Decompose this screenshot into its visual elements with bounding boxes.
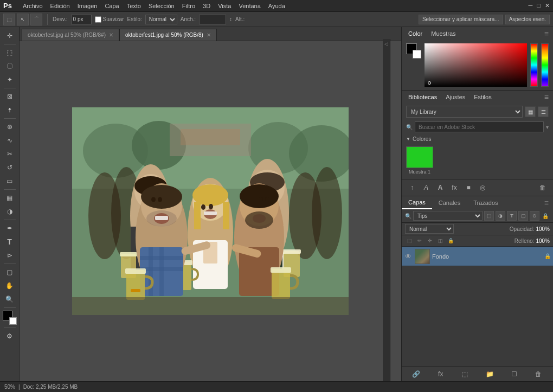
muestras-tab[interactable]: Muestras [429,30,458,37]
filter-pixel-btn[interactable]: ⬚ [484,211,494,221]
lib-list-view[interactable]: ☰ [538,106,549,117]
filter-active-toggle[interactable]: 🔒 [541,211,550,220]
menu-archivo[interactable]: Archivo [23,3,43,9]
lib-color-btn[interactable]: ■ [462,182,474,194]
magic-wand-tool[interactable]: ✦ [3,73,16,86]
library-select[interactable]: My Library [406,106,523,118]
clone-tool[interactable]: ✂ [3,147,16,160]
dodge-tool[interactable]: ◑ [3,205,16,218]
lib-fx-btn[interactable]: fx [448,182,460,194]
mask-button[interactable]: Seleccionar y aplicar máscara... [419,15,503,24]
tab-close-2[interactable]: ✕ [207,32,211,38]
lasso-tool[interactable]: 〇 [3,60,16,73]
filter-type-btn[interactable]: T [507,211,517,221]
path-tool[interactable]: ⊳ [3,249,16,262]
desvio-input[interactable] [71,15,92,24]
layer-visibility-fondo[interactable]: 👁 [404,252,413,261]
lib-section-triangle[interactable]: ▼ [406,137,410,142]
menu-3d[interactable]: 3D [203,3,210,9]
lib-search-input[interactable] [415,121,544,132]
eraser-tool[interactable]: ▭ [3,175,16,188]
shape-tool[interactable]: ▢ [3,266,16,279]
lock-position-btn[interactable]: ✛ [426,236,434,245]
gradient-tool[interactable]: ▦ [3,191,16,204]
marquee-tool-btn[interactable]: ⬚ [3,14,15,25]
menu-filtro[interactable]: Filtro [182,3,195,9]
history-tool[interactable]: ↺ [3,161,16,174]
healing-tool[interactable]: ⊕ [3,120,16,133]
move-tool-btn[interactable]: ↖ [17,14,29,25]
layer-row-fondo[interactable]: 👁 Fondo 🔒 [402,247,553,266]
tab-capas[interactable]: Capas [402,196,432,209]
menu-seleccion[interactable]: Selección [149,3,175,9]
pen-tool[interactable]: ✒ [3,222,16,235]
estilo-select[interactable]: Normal [145,15,177,24]
minimize-btn[interactable]: ─ [529,2,533,9]
menu-capa[interactable]: Capa [105,3,119,9]
tab-oktoberfest[interactable]: oktoberfest.jpg al 50% (RGB/8#) ✕ [22,29,119,41]
add-style-btn[interactable]: fx [435,369,446,380]
layers-panel-menu[interactable]: ≡ [540,198,553,207]
lib-grid-view[interactable]: ▦ [525,106,536,117]
fill-value[interactable]: 100% [536,238,550,244]
lib-color-swatch-1[interactable] [406,146,433,168]
eyedropper-tool[interactable]: 🖈 [3,104,16,117]
suavizar-checkbox[interactable] [95,16,101,23]
menu-edicion[interactable]: Edición [50,3,70,9]
color-tab[interactable]: Color [406,30,425,37]
brush-tool[interactable]: ∿ [3,134,16,147]
lib-panel-menu[interactable]: ≡ [544,93,549,101]
marquee-tool[interactable]: ⬚ [3,46,16,59]
hue-bar[interactable] [530,43,538,87]
panel-collapse-icon[interactable]: ◁ [384,41,388,47]
lib-eye-btn[interactable]: ◎ [477,182,488,194]
zoom-tool[interactable]: 🔍 [3,293,16,306]
filter-smart-btn[interactable]: ⊙ [530,211,539,221]
move-tool[interactable]: ✛ [3,29,16,42]
new-layer-btn[interactable]: ☐ [509,369,519,380]
lock-pixels-btn[interactable]: ✏ [415,236,424,245]
ajustes-tab[interactable]: Ajustes [443,94,467,100]
type-tool[interactable]: T [3,235,16,248]
crop-tool[interactable]: ⊠ [3,90,16,103]
lock-all-btn[interactable]: 🔒 [446,236,455,245]
ancho-input[interactable] [199,15,226,24]
lasso-tool-btn[interactable]: ⌒ [30,14,42,25]
color-panel-menu[interactable]: ≡ [544,29,549,38]
lib-search-arrow[interactable]: ▾ [546,124,549,130]
menu-ventana[interactable]: Ventana [239,3,260,9]
sat-bar[interactable] [541,43,549,87]
menu-ayuda[interactable]: Ayuda [268,3,285,9]
bibliotecas-tab[interactable]: Bibliotecas [406,94,439,100]
lock-transparency-btn[interactable]: ⬚ [405,236,414,245]
tab-canales[interactable]: Canales [432,196,467,209]
lock-artboard-btn[interactable]: ◫ [436,236,445,245]
filter-shape-btn[interactable]: ▢ [518,211,528,221]
lib-text-btn[interactable]: A [420,182,432,194]
background-swatch[interactable] [413,50,421,59]
background-color[interactable] [9,317,17,325]
maximize-btn[interactable]: □ [537,2,541,9]
blend-mode-select[interactable]: Normal [405,224,454,234]
tab-oktoberfest1[interactable]: oktoberfest1.jpg al 50% (RGB/8) ✕ [119,29,217,41]
menu-vista[interactable]: Vista [218,3,231,9]
close-btn[interactable]: ✕ [545,2,550,9]
lib-delete-btn[interactable]: 🗑 [537,182,549,194]
opacity-value[interactable]: 100% [536,226,550,232]
tab-trazados[interactable]: Trazados [467,196,504,209]
hand-tool[interactable]: ✋ [3,279,16,292]
filter-adj-btn[interactable]: ◑ [496,211,505,221]
extra-tool[interactable]: ⚙ [3,330,16,343]
aspects-button[interactable]: Aspectos esen. [505,15,550,24]
layer-filter-select[interactable]: Tips [413,211,483,221]
tab-close-1[interactable]: ✕ [109,32,113,38]
estilos-tab[interactable]: Estilos [472,94,493,100]
color-gradient[interactable] [425,43,527,87]
menu-imagen[interactable]: Imagen [78,3,98,9]
layer-lock-fondo[interactable]: 🔒 [544,253,551,259]
lib-color-item[interactable]: Muestra 1 [406,146,433,175]
lib-upload-btn[interactable]: ↑ [406,182,418,194]
menu-texto[interactable]: Texto [127,3,141,9]
link-layers-btn[interactable]: 🔗 [411,369,422,380]
delete-layer-btn[interactable]: 🗑 [533,369,544,380]
